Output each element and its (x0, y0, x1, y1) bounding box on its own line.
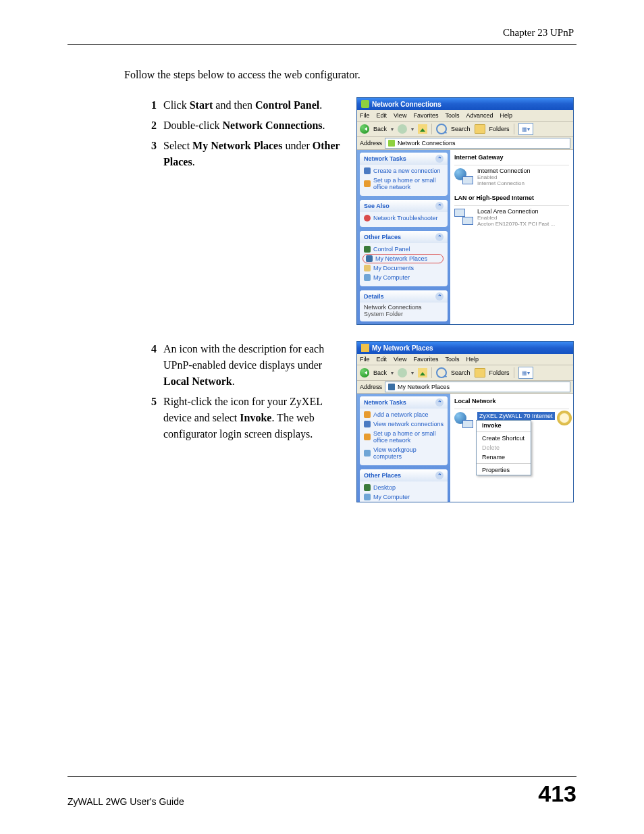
menu-view[interactable]: View (394, 112, 406, 119)
link-my-computer[interactable]: My Computer (364, 492, 444, 502)
up-icon[interactable] (418, 124, 427, 134)
folders-button[interactable]: Folders (489, 369, 510, 376)
views-button[interactable]: ▦▾ (518, 123, 533, 135)
task-setup-network[interactable]: Set up a home or small office network (364, 176, 444, 192)
back-icon[interactable] (360, 368, 369, 377)
window-titlebar[interactable]: My Network Places (357, 342, 573, 354)
chevron-up-icon[interactable]: ⌃ (435, 471, 444, 479)
category-lan: LAN or High-Speed Internet (454, 193, 569, 206)
menu-tools[interactable]: Tools (445, 356, 459, 363)
address-input[interactable]: Network Connections (385, 138, 570, 149)
menu-view[interactable]: View (394, 356, 406, 363)
menu-favorites[interactable]: Favorites (413, 112, 438, 119)
search-button[interactable]: Search (451, 126, 471, 132)
step-2: 2 Double-click Network Connections. (142, 118, 344, 134)
task-view-workgroup[interactable]: View workgroup computers (364, 445, 444, 461)
back-caret-icon[interactable]: ▾ (391, 370, 394, 376)
ctx-create-shortcut[interactable]: Create Shortcut (477, 434, 531, 443)
menu-help[interactable]: Help (466, 356, 479, 363)
menu-file[interactable]: File (360, 112, 370, 119)
back-button[interactable]: Back (373, 126, 387, 132)
step-3: 3 Select My Network Places under Other P… (142, 138, 344, 170)
menu-edit[interactable]: Edit (377, 112, 387, 119)
menubar: File Edit View Favorites Tools Help (357, 354, 573, 365)
panel-header[interactable]: Network Tasks ⌃ (360, 396, 448, 409)
device-item[interactable]: ZyXEL ZyWALL 70 Internet Sec... Gate... … (454, 412, 569, 428)
fwd-caret-icon[interactable]: ▾ (411, 126, 414, 132)
menu-favorites[interactable]: Favorites (413, 356, 438, 363)
panel-see-also: See Also ⌃ Network Troubleshooter (360, 200, 448, 227)
chevron-up-icon[interactable]: ⌃ (435, 202, 444, 210)
desktop-icon (364, 484, 371, 491)
window-body: Network Tasks ⌃ Add a network place View… (357, 394, 573, 502)
views-button[interactable]: ▦▾ (518, 367, 533, 379)
panel-header[interactable]: Details ⌃ (360, 290, 448, 303)
folders-button[interactable]: Folders (489, 126, 510, 132)
link-label: My Computer (373, 274, 410, 281)
chevron-up-icon[interactable]: ⌃ (435, 292, 444, 301)
document-page: Chapter 23 UPnP Follow the steps below t… (0, 0, 644, 834)
menu-tools[interactable]: Tools (445, 112, 459, 119)
t: Local Network (163, 375, 232, 387)
link-troubleshooter[interactable]: Network Troubleshooter (364, 213, 444, 223)
folders-icon[interactable] (475, 124, 485, 134)
address-input[interactable]: My Network Places (385, 382, 570, 392)
ctx-invoke[interactable]: Invoke (477, 421, 531, 430)
up-icon[interactable] (418, 368, 427, 377)
panel-header[interactable]: Network Tasks ⌃ (360, 153, 448, 165)
task-create-connection[interactable]: Create a new connection (364, 166, 444, 176)
panel-header[interactable]: Other Places ⌃ (360, 231, 448, 243)
address-text: My Network Places (398, 384, 450, 390)
step-number: 4 (142, 341, 157, 390)
menu-file[interactable]: File (360, 356, 370, 363)
chevron-up-icon[interactable]: ⌃ (435, 398, 444, 407)
fwd-caret-icon[interactable]: ▾ (411, 370, 414, 376)
t: . (192, 156, 195, 167)
link-control-panel[interactable]: Control Panel (364, 244, 444, 254)
step-4: 4 An icon with the description for each … (142, 341, 344, 390)
menu-help[interactable]: Help (500, 112, 512, 119)
chevron-up-icon[interactable]: ⌃ (435, 155, 444, 163)
link-desktop[interactable]: Desktop (364, 483, 444, 492)
forward-icon[interactable] (398, 124, 407, 134)
window-titlebar[interactable]: Network Connections (357, 98, 573, 110)
panel-header[interactable]: See Also ⌃ (360, 200, 448, 212)
search-button[interactable]: Search (451, 369, 471, 376)
task-label: Set up a home or small office network (373, 177, 444, 190)
back-button[interactable]: Back (373, 369, 387, 376)
network-connections-window: Network Connections File Edit View Favor… (356, 97, 574, 325)
toolbar: Back ▾ ▾ Search Folders ▦▾ (357, 122, 573, 137)
window-title: Network Connections (372, 101, 441, 108)
forward-icon[interactable] (398, 368, 407, 377)
ctx-rename[interactable]: Rename (477, 452, 531, 462)
connection-lan[interactable]: Local Area Connection Enabled Accton EN1… (454, 209, 569, 227)
link-my-documents[interactable]: My Documents (364, 263, 444, 273)
ctx-delete[interactable]: Delete (477, 443, 531, 452)
task-add-place[interactable]: Add a network place (364, 410, 444, 419)
ctx-properties[interactable]: Properties (477, 465, 531, 475)
back-icon[interactable] (360, 124, 369, 134)
content-pane: Local Network ZyXEL ZyWALL 70 Internet S… (450, 394, 573, 502)
menu-edit[interactable]: Edit (377, 356, 387, 363)
task-icon (364, 180, 371, 187)
panel-header[interactable]: Other Places ⌃ (360, 469, 448, 481)
t: Start (190, 99, 213, 111)
t: Click (163, 99, 190, 111)
task-view-connections[interactable]: View network connections (364, 419, 444, 429)
back-caret-icon[interactable]: ▾ (391, 126, 394, 132)
menu-advanced[interactable]: Advanced (466, 112, 493, 119)
connection-internet[interactable]: Internet Connection Enabled Internet Con… (454, 168, 569, 186)
task-pane: Network Tasks ⌃ Add a network place View… (357, 394, 450, 502)
toolbar-separator (514, 367, 514, 378)
task-setup-network[interactable]: Set up a home or small office network (364, 429, 444, 445)
chevron-up-icon[interactable]: ⌃ (435, 233, 444, 241)
category-internet-gateway: Internet Gateway (454, 153, 569, 165)
search-icon[interactable] (436, 124, 447, 134)
link-my-network-places[interactable]: My Network Places (363, 254, 444, 263)
window-body: Network Tasks ⌃ Create a new connection … (357, 150, 573, 324)
link-my-computer[interactable]: My Computer (364, 273, 444, 282)
folders-icon[interactable] (475, 368, 485, 377)
computer-icon (364, 494, 371, 500)
search-icon[interactable] (436, 367, 447, 378)
task-label: View network connections (373, 421, 444, 427)
